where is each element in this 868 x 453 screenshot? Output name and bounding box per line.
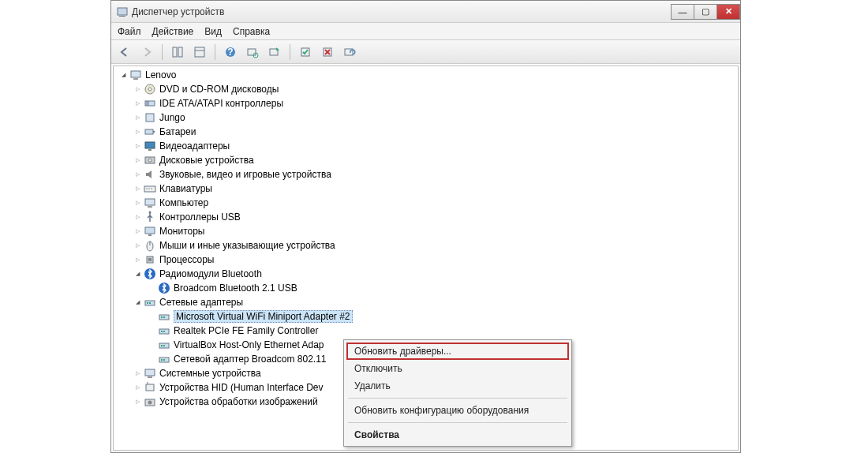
back-button[interactable] xyxy=(116,43,133,61)
expand-icon[interactable] xyxy=(133,226,142,236)
expand-icon[interactable] xyxy=(133,298,142,307)
expand-icon[interactable] xyxy=(133,113,142,122)
tree-node-label: Realtek PCIe FE Family Controller xyxy=(174,325,318,336)
minimize-button[interactable]: — xyxy=(671,4,694,20)
ide-icon xyxy=(144,97,156,110)
tree-node-label: Контроллеры USB xyxy=(159,212,241,223)
tree-node[interactable]: Батареи xyxy=(131,125,735,139)
svg-rect-0 xyxy=(118,8,127,15)
expand-icon[interactable] xyxy=(133,212,142,222)
tree-node-label: Компьютер xyxy=(159,197,208,208)
cpu-icon xyxy=(144,253,156,266)
tree-node[interactable]: Радиомодули Bluetooth xyxy=(131,267,735,281)
context-properties[interactable]: Свойства xyxy=(346,426,569,444)
svg-rect-47 xyxy=(149,302,151,304)
context-disable[interactable]: Отключить xyxy=(346,360,569,377)
forward-button[interactable] xyxy=(138,43,155,61)
expand-icon[interactable] xyxy=(133,198,142,208)
tree-node[interactable]: DVD и CD-ROM дисководы xyxy=(131,82,735,96)
svg-rect-55 xyxy=(161,345,163,346)
expand-icon[interactable] xyxy=(133,155,142,165)
tree-node[interactable]: Jungo xyxy=(131,110,735,125)
svg-rect-25 xyxy=(153,131,155,133)
expand-icon[interactable] xyxy=(133,255,142,264)
update-driver-button[interactable] xyxy=(266,43,283,61)
context-update-drivers[interactable]: Обновить драйверы... xyxy=(346,343,569,360)
tree-node-label: Клавиатуры xyxy=(159,183,212,194)
svg-point-31 xyxy=(146,188,147,189)
tree-node-label: Батареи xyxy=(159,126,196,137)
expand-icon[interactable] xyxy=(133,397,142,406)
properties-button[interactable] xyxy=(191,43,208,61)
monitor-icon xyxy=(144,225,156,238)
menu-help[interactable]: Справка xyxy=(233,26,270,37)
maximize-button[interactable]: ▢ xyxy=(694,4,717,20)
menu-action[interactable]: Действие xyxy=(152,26,194,37)
context-delete[interactable]: Удалить xyxy=(346,377,569,395)
menu-view[interactable]: Вид xyxy=(204,26,222,37)
tree-node[interactable]: Процессоры xyxy=(131,253,735,267)
uninstall-button[interactable] xyxy=(319,43,336,61)
tree-node[interactable]: Звуковые, видео и игровые устройства xyxy=(131,167,735,182)
context-rescan[interactable]: Обновить конфигурацию оборудования xyxy=(346,402,569,419)
expand-icon[interactable] xyxy=(133,241,142,250)
svg-rect-38 xyxy=(148,234,152,236)
app-icon xyxy=(116,6,129,18)
scan-hardware-button[interactable] xyxy=(341,43,358,61)
enable-button[interactable] xyxy=(297,43,314,61)
audio-icon xyxy=(144,168,156,181)
tree-root[interactable]: Lenovo xyxy=(117,68,735,82)
expand-icon[interactable] xyxy=(133,127,142,137)
svg-rect-23 xyxy=(146,114,154,122)
expand-icon[interactable] xyxy=(133,369,142,378)
tree-node[interactable]: Компьютер xyxy=(131,196,735,210)
tree-node-label: IDE ATA/ATAPI контроллеры xyxy=(159,98,283,109)
expand-icon[interactable] xyxy=(133,170,142,179)
expand-icon[interactable] xyxy=(118,70,128,80)
tree-node[interactable]: Microsoft Virtual WiFi Miniport Adapter … xyxy=(145,309,735,324)
tree-node[interactable]: IDE ATA/ATAPI контроллеры xyxy=(131,96,735,110)
show-hide-tree-button[interactable] xyxy=(169,43,186,61)
tree-node[interactable]: Дисковые устройства xyxy=(131,153,735,167)
tree-node[interactable]: Сетевые адаптеры xyxy=(131,295,735,309)
usb-icon xyxy=(144,211,156,223)
generic-icon xyxy=(144,111,156,124)
expand-icon[interactable] xyxy=(133,99,142,108)
tree-node[interactable]: Видеоадаптеры xyxy=(131,139,735,153)
expand-icon[interactable] xyxy=(133,184,142,193)
expand-icon[interactable] xyxy=(133,141,142,151)
tree-node-label: Радиомодули Bluetooth xyxy=(159,268,262,279)
tree-node[interactable]: Broadcom Bluetooth 2.1 USB xyxy=(145,281,735,295)
svg-rect-35 xyxy=(148,206,152,208)
expand-icon[interactable] xyxy=(133,269,142,279)
tree-node[interactable]: Клавиатуры xyxy=(131,182,735,196)
svg-rect-4 xyxy=(195,47,204,57)
tree-node[interactable]: Мониторы xyxy=(131,224,735,238)
help-button[interactable]: ? xyxy=(222,43,239,61)
window-controls: — ▢ ✕ xyxy=(672,4,740,20)
tree-node[interactable]: Realtek PCIe FE Family Controller xyxy=(145,324,735,338)
tree-node-label: Видеоадаптеры xyxy=(159,140,230,152)
network-icon xyxy=(158,324,170,337)
menubar: Файл Действие Вид Справка xyxy=(111,23,740,40)
tree-node-label: Дисковые устройства xyxy=(159,155,254,166)
close-button[interactable]: ✕ xyxy=(716,4,740,20)
tree-node-label: Процессоры xyxy=(159,254,215,265)
menu-file[interactable]: Файл xyxy=(118,26,141,37)
scan-button[interactable] xyxy=(244,43,261,61)
bluetooth-icon xyxy=(144,268,156,280)
expand-icon[interactable] xyxy=(133,383,142,392)
tree-node[interactable]: Контроллеры USB xyxy=(131,210,735,224)
svg-rect-26 xyxy=(145,142,155,148)
tree-node-label: Сетевые адаптеры xyxy=(159,297,243,308)
svg-rect-58 xyxy=(161,359,163,361)
network-icon xyxy=(158,310,170,323)
tree-root-label: Lenovo xyxy=(145,69,176,80)
keyboard-icon xyxy=(144,182,156,195)
expand-icon[interactable] xyxy=(133,84,142,94)
svg-point-29 xyxy=(148,159,152,162)
svg-rect-1 xyxy=(119,16,125,17)
tree-node[interactable]: Мыши и иные указывающие устройства xyxy=(131,238,735,253)
separator xyxy=(215,44,215,60)
hid-icon xyxy=(144,381,156,394)
